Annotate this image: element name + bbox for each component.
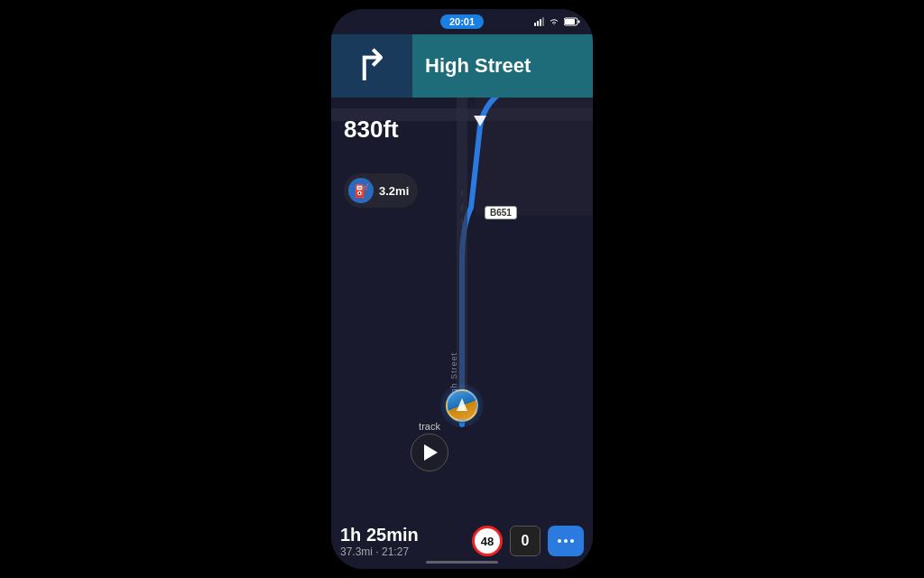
track-play-button[interactable] (411, 434, 448, 471)
svg-rect-7 (565, 19, 575, 24)
distance-display: 830ft (344, 116, 399, 144)
wifi-icon (548, 17, 560, 26)
track-label: track (419, 421, 440, 432)
speed-current: 0 (510, 526, 541, 556)
eta-section: 1h 25min 37.3mi · 21:27 (340, 525, 465, 558)
dot-1 (558, 539, 561, 543)
battery-icon (564, 17, 580, 26)
status-time: 20:01 (440, 14, 484, 29)
phone-frame: High Street 20:01 (331, 9, 593, 569)
dot-2 (564, 539, 568, 543)
road-label: B651 (485, 206, 517, 219)
eta-duration: 1h 25min (340, 525, 465, 545)
fuel-icon: ⛽ (348, 178, 374, 203)
home-indicator (426, 561, 498, 564)
fuel-distance: 3.2mi (379, 184, 409, 198)
position-arrow-icon (457, 398, 467, 411)
fuel-indicator[interactable]: ⛽ 3.2mi (344, 173, 418, 208)
track-button[interactable]: track (411, 421, 448, 471)
status-bar: 20:01 (331, 9, 593, 34)
position-inner (446, 389, 478, 422)
eta-details: 37.3mi · 21:27 (340, 545, 465, 558)
street-name: High Street (425, 54, 531, 78)
map-area: High Street 20:01 (331, 9, 593, 569)
speed-limit-badge: 48 (472, 526, 503, 556)
svg-rect-8 (578, 21, 580, 23)
signal-icon (534, 17, 544, 26)
turn-arrow-box: ↰ (331, 34, 412, 98)
dot-3 (570, 539, 574, 543)
turn-arrow-icon: ↰ (354, 44, 390, 88)
play-icon (424, 444, 438, 461)
status-right (534, 17, 580, 26)
nav-header: ↰ High Street (331, 34, 593, 98)
street-name-box: High Street (412, 34, 593, 98)
more-options-button[interactable] (548, 526, 584, 556)
